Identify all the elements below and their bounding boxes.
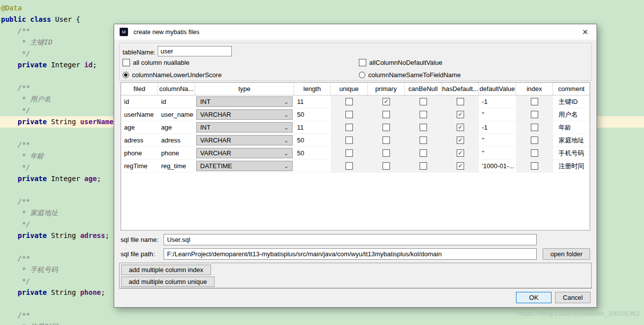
type-dropdown[interactable]: VARCHAR⌄ <box>196 109 293 120</box>
all-column-no-default-option[interactable]: allColumnNoDefaultValue <box>359 58 442 66</box>
add-multiple-column-index-button[interactable]: add multiple column index <box>121 265 211 275</box>
cell-unique <box>331 95 368 108</box>
type-value: VARCHAR <box>200 111 231 118</box>
type-value: VARCHAR <box>200 149 231 157</box>
column-name-same-to-field-option[interactable]: columnNameSameToFieldName <box>359 71 461 79</box>
cell-index <box>516 147 553 159</box>
code-token: /** <box>1 197 30 205</box>
checkbox-primary[interactable]: ✓ <box>383 98 390 105</box>
open-folder-button[interactable]: open folder <box>543 248 590 260</box>
all-column-nullable-option[interactable]: all column nuallable <box>123 58 189 66</box>
code-token: ; <box>105 232 109 239</box>
type-dropdown[interactable]: INT⌄ <box>196 96 293 107</box>
code-token: * 手机号码 <box>1 266 58 274</box>
checkbox-hasDefault[interactable]: ✓ <box>457 149 464 157</box>
code-token: */ <box>1 106 30 114</box>
checkbox-hasDefault[interactable]: ✓ <box>457 137 464 144</box>
table-row: phonephoneVARCHAR⌄50✓''手机号码 <box>121 147 590 160</box>
checkbox-hasDefault[interactable]: ✓ <box>457 124 464 131</box>
checkbox-index[interactable] <box>531 137 538 144</box>
code-token: private <box>1 61 47 69</box>
sql-file-name-input[interactable] <box>164 234 537 245</box>
checkbox-primary[interactable] <box>383 162 390 170</box>
checkbox-primary[interactable] <box>383 149 390 157</box>
code-token: /** <box>1 311 30 319</box>
checkbox-index[interactable] <box>531 162 538 170</box>
checkbox-primary[interactable] <box>383 137 390 144</box>
cell-index <box>516 95 553 108</box>
cell-primary <box>368 134 405 146</box>
code-token: */ <box>1 163 30 171</box>
code-token: userName <box>80 118 113 126</box>
cell-defaultValue: '1000-01-... <box>479 160 516 172</box>
cell-type: VARCHAR⌄ <box>195 108 294 121</box>
all-column-nullable-checkbox[interactable] <box>123 59 130 66</box>
code-token: String <box>47 118 80 126</box>
checkbox-unique[interactable] <box>345 137 353 144</box>
all-column-nullable-label: all column nuallable <box>133 59 189 66</box>
checkbox-primary[interactable] <box>383 111 390 118</box>
checkbox-canBeNull[interactable] <box>420 124 427 131</box>
all-column-no-default-checkbox[interactable] <box>359 59 366 66</box>
checkbox-canBeNull[interactable] <box>420 149 427 157</box>
checkbox-canBeNull[interactable] <box>420 98 427 105</box>
chevron-down-icon: ⌄ <box>284 99 289 104</box>
checkbox-index[interactable] <box>531 149 538 157</box>
cell-canBeNull <box>405 121 442 134</box>
checkbox-unique[interactable] <box>345 111 353 118</box>
checkbox-unique[interactable] <box>345 124 353 131</box>
type-dropdown[interactable]: INT⌄ <box>196 122 293 133</box>
cell-canBeNull <box>405 108 442 121</box>
cell-primary <box>368 121 405 134</box>
cell-unique <box>331 147 368 159</box>
chevron-down-icon: ⌄ <box>284 125 289 130</box>
sql-file-path-label: sql file path: <box>121 250 155 258</box>
checkbox-hasDefault[interactable]: ✓ <box>457 111 464 118</box>
checkbox-unique[interactable] <box>345 162 353 170</box>
type-dropdown[interactable]: DATETIME⌄ <box>196 161 293 171</box>
checkbox-index[interactable] <box>531 98 538 105</box>
type-dropdown[interactable]: VARCHAR⌄ <box>196 135 293 145</box>
type-dropdown[interactable]: VARCHAR⌄ <box>196 148 293 158</box>
checkbox-hasDefault[interactable] <box>457 98 464 105</box>
same-to-field-radio[interactable] <box>359 72 365 78</box>
checkbox-canBeNull[interactable] <box>420 111 427 118</box>
dialog-titlebar[interactable]: IJ create new mybatis files ✕ <box>114 24 597 40</box>
checkbox-canBeNull[interactable] <box>420 162 427 170</box>
code-token: /** <box>1 140 30 148</box>
add-multiple-column-unique-button[interactable]: add multiple column unique <box>121 277 215 287</box>
table-row: regTimereg_timeDATETIME⌄✓'1000-01-...注册时… <box>121 160 590 173</box>
cell-filed: age <box>121 121 158 134</box>
column-name-lower-underscore-option[interactable]: columnNameLowerUnderScore <box>123 71 221 79</box>
cell-hasDefault: ✓ <box>442 160 479 172</box>
close-icon[interactable]: ✕ <box>579 28 592 37</box>
lower-underscore-radio[interactable] <box>123 72 129 78</box>
cell-index <box>516 108 553 121</box>
code-token: String <box>47 288 80 296</box>
code-token: /** <box>1 84 30 92</box>
cell-unique <box>331 121 368 134</box>
code-token: * 年龄 <box>1 152 44 160</box>
checkbox-canBeNull[interactable] <box>420 137 427 144</box>
column-header-hasDefault: hasDefault... <box>442 83 479 95</box>
sql-file-path-input[interactable] <box>164 248 537 260</box>
table-row: userNameuser_nameVARCHAR⌄50✓''用户名 <box>121 108 590 121</box>
lower-underscore-label: columnNameLowerUnderScore <box>132 71 221 79</box>
checkbox-primary[interactable] <box>383 124 390 131</box>
same-to-field-label: columnNameSameToFieldName <box>368 71 461 79</box>
ok-button[interactable]: OK <box>516 292 552 303</box>
table-name-input[interactable] <box>158 46 232 56</box>
checkbox-hasDefault[interactable]: ✓ <box>457 162 464 170</box>
checkbox-index[interactable] <box>531 111 538 118</box>
dialog-title: create new mybatis files <box>133 29 199 36</box>
checkbox-unique[interactable] <box>345 149 353 157</box>
checkbox-unique[interactable] <box>345 98 353 105</box>
code-token: phone <box>80 288 101 296</box>
checkbox-index[interactable] <box>531 124 538 131</box>
code-token: ; <box>92 61 96 69</box>
cell-columnName: adress <box>158 134 195 146</box>
column-header-primary: primary <box>368 83 405 95</box>
table-row: ageageINT⌄11✓-1年龄 <box>121 121 590 134</box>
cancel-button[interactable]: Cancel <box>555 292 591 303</box>
code-token: private <box>1 175 47 183</box>
